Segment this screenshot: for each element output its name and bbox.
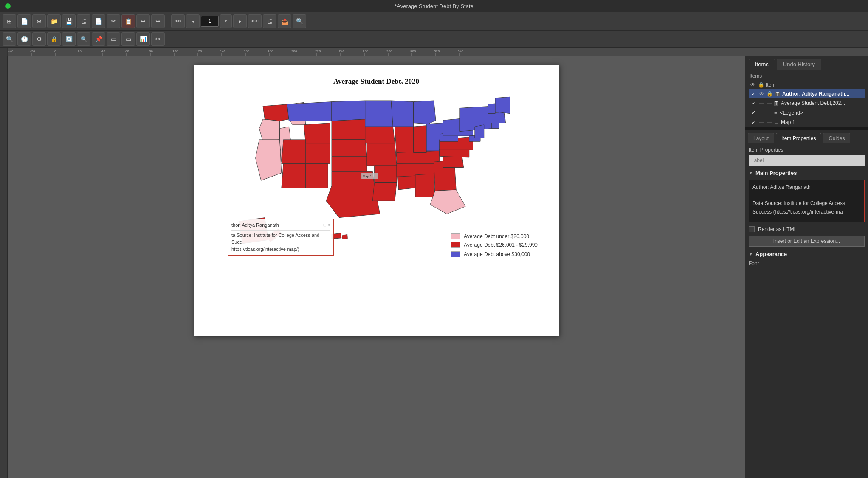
search-tool[interactable]: 🔍 xyxy=(77,32,90,46)
svg-text:300: 300 xyxy=(410,49,416,53)
tab-item-properties[interactable]: Item Properties xyxy=(776,133,821,143)
main-layout: Average Student Debt, 2020 xyxy=(0,56,868,478)
legend-label-2: Average Debt $26,001 - $29,999 xyxy=(464,242,538,248)
green-traffic-light[interactable] xyxy=(5,3,11,9)
nav-forward[interactable]: ▸ xyxy=(233,14,247,28)
item-name-1: Author: Aditya Ranganath... xyxy=(782,91,863,97)
item-icon-1: T xyxy=(775,92,780,96)
item-properties-panel: Item Properties ▼ Main Properties Author… xyxy=(745,143,868,478)
svg-marker-70 xyxy=(414,101,436,124)
content-line1: Author: Aditya Ranganath xyxy=(752,183,861,191)
select-btn[interactable]: ⊕ xyxy=(32,14,46,28)
clock-tool[interactable]: 🕐 xyxy=(17,32,31,46)
item-row-legend[interactable]: ✓ — — ≡ <Legend> xyxy=(749,108,865,118)
svg-text:220: 220 xyxy=(315,49,321,53)
main-toolbar: ⊞ 📄 ⊕ 📁 💾 🖨 📄 ✂ 📋 ↩ ↪ ⊳⊳ ◂ 1 ▾ ▸ ⊲⊲ 🖨 📤 … xyxy=(0,12,868,31)
svg-text:40: 40 xyxy=(101,49,105,53)
cut-btn[interactable]: ✂ xyxy=(107,14,120,28)
redo-btn[interactable]: ↪ xyxy=(151,14,165,28)
save-btn[interactable]: 💾 xyxy=(62,14,76,28)
undo-btn[interactable]: ↩ xyxy=(136,14,150,28)
tab-undo-history[interactable]: Undo History xyxy=(777,59,821,70)
title-bar: *Average Student Debt By State xyxy=(0,0,868,12)
main-properties-content[interactable]: Author: Aditya Ranganath Data Source: In… xyxy=(749,180,865,222)
svg-marker-81 xyxy=(475,125,484,138)
legend-label-3: Average Debt above $30,000 xyxy=(464,251,530,257)
svg-marker-52 xyxy=(332,101,365,121)
svg-marker-54 xyxy=(332,140,367,156)
main-properties-header[interactable]: ▼ Main Properties xyxy=(749,170,865,176)
zoom-tool[interactable]: 🔍 xyxy=(3,32,16,46)
print-preview-btn[interactable]: 🖨 xyxy=(77,14,90,28)
open-btn[interactable]: 📄 xyxy=(17,14,31,28)
main-props-chevron: ▼ xyxy=(749,171,753,175)
chart-tool[interactable]: 📊 xyxy=(136,32,150,46)
page-btn[interactable]: 📄 xyxy=(92,14,105,28)
svg-marker-90 xyxy=(342,234,348,239)
item-eye-4[interactable]: — xyxy=(759,119,764,125)
author-box-content: thor: Aditya Ranganath ⊡ × ta Source: In… xyxy=(231,222,330,253)
ip-label-input[interactable] xyxy=(749,155,865,166)
appearance-label: Appearance xyxy=(755,251,787,257)
traffic-lights xyxy=(5,3,11,9)
canvas-area[interactable]: Average Student Debt, 2020 xyxy=(8,56,745,478)
svg-marker-47 xyxy=(304,123,330,143)
zoom-btn[interactable]: 🔍 xyxy=(293,14,306,28)
add-layer-btn[interactable]: 📋 xyxy=(121,14,135,28)
legend-swatch-3 xyxy=(451,251,460,257)
author-row: thor: Aditya Ranganath ⊡ × xyxy=(231,222,330,231)
item-lock-3[interactable]: — xyxy=(767,110,772,116)
rect2-tool[interactable]: ▭ xyxy=(121,32,135,46)
tab-layout[interactable]: Layout xyxy=(748,133,774,143)
item-row-map[interactable]: ✓ — — ▭ Map 1 xyxy=(749,118,865,127)
font-label: Font xyxy=(749,261,865,267)
item-lock-1[interactable]: 🔒 xyxy=(767,91,773,97)
svg-marker-57 xyxy=(326,186,380,217)
appearance-section: ▼ Appearance Font xyxy=(749,251,865,267)
new-btn[interactable]: ⊞ xyxy=(3,14,16,28)
content-line4: Success (https://ticas.org/interactive-m… xyxy=(752,208,861,216)
appearance-title[interactable]: ▼ Appearance xyxy=(749,251,865,257)
item-eye-2[interactable]: — xyxy=(759,100,764,106)
svg-text:120: 120 xyxy=(196,49,202,53)
lock-tool[interactable]: 🔒 xyxy=(47,32,61,46)
svg-text:320: 320 xyxy=(434,49,440,53)
item-lock-2[interactable]: — xyxy=(767,100,772,106)
refresh-tool[interactable]: 🔄 xyxy=(62,32,76,46)
print-btn[interactable]: 🖨 xyxy=(263,14,276,28)
svg-marker-43 xyxy=(256,140,282,180)
item-lock-4[interactable]: — xyxy=(767,119,772,125)
settings-tool[interactable]: ⚙ xyxy=(32,32,46,46)
cut-tool[interactable]: ✂ xyxy=(151,32,165,46)
legend: Average Debt under $26,000 Average Debt … xyxy=(451,233,538,260)
tab-guides[interactable]: Guides xyxy=(823,133,850,143)
pin-tool[interactable]: 📌 xyxy=(92,32,105,46)
insert-expr-btn[interactable]: Insert or Edit an Expression... xyxy=(749,236,865,247)
svg-marker-68 xyxy=(414,126,427,153)
nav-last[interactable]: ⊲⊲ xyxy=(248,14,262,28)
tab-items[interactable]: Items xyxy=(749,59,775,70)
item-eye-1[interactable]: 👁 xyxy=(759,91,764,97)
item-check-4: ✓ xyxy=(750,120,756,125)
rect-tool[interactable]: ▭ xyxy=(107,32,120,46)
secondary-toolbar: 🔍 🕐 ⚙ 🔒 🔄 🔍 📌 ▭ ▭ 📊 ✂ xyxy=(0,31,868,48)
nav-first[interactable]: ⊳⊳ xyxy=(171,14,185,28)
separator1 xyxy=(168,15,168,27)
svg-marker-53 xyxy=(332,119,365,140)
render-html-label: Render as HTML xyxy=(758,226,797,232)
folder-btn[interactable]: 📁 xyxy=(47,14,61,28)
item-row-avg[interactable]: ✓ — — T Average Student Debt,202... xyxy=(749,98,865,108)
author-line2: ta Source: Institute for College Access … xyxy=(231,232,330,246)
nav-back[interactable]: ◂ xyxy=(186,14,200,28)
svg-marker-60 xyxy=(367,143,397,166)
render-html-checkbox[interactable] xyxy=(749,226,755,232)
legend-item-2: Average Debt $26,001 - $29,999 xyxy=(451,242,538,248)
svg-text:340: 340 xyxy=(458,49,464,53)
export-btn[interactable]: 📤 xyxy=(278,14,291,28)
page-number-input[interactable]: 1 xyxy=(201,16,219,27)
bottom-tabs: Layout Item Properties Guides xyxy=(745,130,868,143)
item-eye-3[interactable]: — xyxy=(759,110,764,116)
legend-swatch-1 xyxy=(451,233,460,239)
panel-tabs: Items Undo History xyxy=(745,56,868,70)
item-row-author[interactable]: ✓ 👁 🔒 T Author: Aditya Ranganath... xyxy=(749,89,865,98)
